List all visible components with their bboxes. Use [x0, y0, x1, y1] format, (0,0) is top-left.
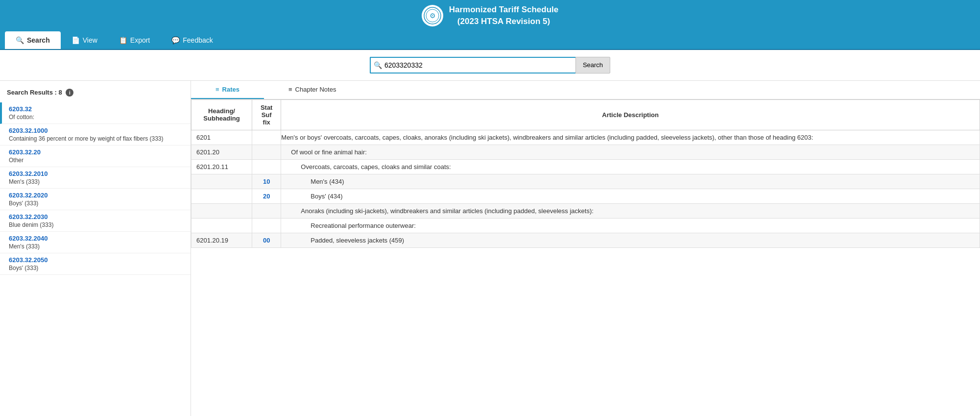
- sidebar-item-6203.32.2040[interactable]: 6203.32.2040 Men's (333): [0, 232, 191, 253]
- nav-tab-export[interactable]: 📋Export: [108, 31, 161, 49]
- sidebar-desc-6203.32.2030: Blue denim (333): [9, 221, 184, 228]
- sidebar-link-6203.32.20[interactable]: 6203.32.20: [9, 148, 184, 156]
- main-content: Search Results : 8 i 6203.32 Of cotton: …: [0, 81, 980, 416]
- td-heading-5: [191, 203, 252, 218]
- td-desc-0: Men's or boys' overcoats, carcoats, cape…: [281, 130, 980, 145]
- view-nav-icon: 📄: [72, 36, 80, 44]
- td-desc-7: Padded, sleeveless jackets (459): [281, 233, 980, 247]
- td-heading-0: 6201: [191, 130, 252, 145]
- th-heading: Heading/ Subheading: [191, 99, 252, 130]
- td-desc-2: Overcoats, carcoats, capes, cloaks and s…: [281, 159, 980, 174]
- table-row: Recreational performance outerwear:: [191, 218, 980, 233]
- table-area: Heading/ SubheadingStat Suf fixArticle D…: [191, 99, 980, 416]
- search-input[interactable]: [384, 61, 573, 69]
- search-icon: 🔍: [374, 61, 382, 69]
- panel-tab-chapter_notes[interactable]: ≡Chapter Notes: [264, 81, 360, 99]
- rates-panel-icon: ≡: [215, 86, 219, 93]
- right-panel: ≡Rates≡Chapter Notes Heading/ Subheading…: [191, 81, 980, 416]
- sidebar-item-6203.32.1000[interactable]: 6203.32.1000 Containing 36 percent or mo…: [0, 124, 191, 146]
- search-bar-area: 🔍 Search: [0, 50, 980, 81]
- sidebar: Search Results : 8 i 6203.32 Of cotton: …: [0, 81, 191, 416]
- td-statsuf-4: 20: [252, 189, 281, 203]
- td-statsuf-5: [252, 203, 281, 218]
- nav-tab-feedback[interactable]: 💬Feedback: [161, 31, 223, 49]
- th-stat_suf: Stat Suf fix: [252, 99, 281, 130]
- sidebar-item-6203.32.2030[interactable]: 6203.32.2030 Blue denim (333): [0, 210, 191, 232]
- panel-tabs: ≡Rates≡Chapter Notes: [191, 81, 980, 99]
- td-desc-1: Of wool or fine animal hair:: [281, 145, 980, 159]
- td-statsuf-6: [252, 218, 281, 233]
- table-row: Anoraks (including ski-jackets), windbre…: [191, 203, 980, 218]
- export-nav-icon: 📋: [119, 36, 127, 44]
- td-statsuf-1: [252, 145, 281, 159]
- td-heading-7: 6201.20.19: [191, 233, 252, 247]
- sidebar-link-6203.32[interactable]: 6203.32: [9, 105, 184, 113]
- sidebar-desc-6203.32: Of cotton:: [9, 114, 184, 121]
- navbar: 🔍Search📄View📋Export💬Feedback: [0, 31, 980, 50]
- sidebar-desc-6203.32.2040: Men's (333): [9, 243, 184, 250]
- sidebar-desc-6203.32.2050: Boys' (333): [9, 265, 184, 271]
- table-row: 6201.20.1900Padded, sleeveless jackets (…: [191, 233, 980, 247]
- sidebar-link-6203.32.1000[interactable]: 6203.32.1000: [9, 127, 184, 134]
- sidebar-link-6203.32.2050[interactable]: 6203.32.2050: [9, 256, 184, 264]
- th-article_desc: Article Description: [281, 99, 980, 130]
- td-statsuf-2: [252, 159, 281, 174]
- page-header: ⚙ Harmonized Tariff Schedule (2023 HTSA …: [0, 0, 980, 31]
- td-heading-1: 6201.20: [191, 145, 252, 159]
- info-icon[interactable]: i: [66, 89, 73, 97]
- sidebar-link-6203.32.2030[interactable]: 6203.32.2030: [9, 213, 184, 220]
- table-row: 6201.20Of wool or fine animal hair:: [191, 145, 980, 159]
- td-desc-6: Recreational performance outerwear:: [281, 218, 980, 233]
- sidebar-item-6203.32.2050[interactable]: 6203.32.2050 Boys' (333): [0, 253, 191, 275]
- table-row: 20Boys' (434): [191, 189, 980, 203]
- table-row: 6201.20.11Overcoats, carcoats, capes, cl…: [191, 159, 980, 174]
- results-count: 8: [59, 89, 62, 96]
- table-row: 10Men's (434): [191, 174, 980, 189]
- td-desc-4: Boys' (434): [281, 189, 980, 203]
- nav-tab-view[interactable]: 📄View: [61, 31, 108, 49]
- sidebar-desc-6203.32.2020: Boys' (333): [9, 200, 184, 207]
- search-input-wrap: 🔍: [370, 57, 575, 73]
- search-button[interactable]: Search: [575, 57, 610, 73]
- table-row: 6201Men's or boys' overcoats, carcoats, …: [191, 130, 980, 145]
- sidebar-link-6203.32.2040[interactable]: 6203.32.2040: [9, 235, 184, 242]
- header-logo: ⚙: [422, 5, 443, 26]
- sidebar-item-6203.32.2010[interactable]: 6203.32.2010 Men's (333): [0, 167, 191, 189]
- sidebar-item-6203.32.20[interactable]: 6203.32.20 Other: [0, 146, 191, 167]
- sidebar-desc-6203.32.1000: Containing 36 percent or more by weight …: [9, 135, 184, 142]
- sidebar-link-6203.32.2020[interactable]: 6203.32.2020: [9, 192, 184, 199]
- nav-tab-search[interactable]: 🔍Search: [5, 31, 61, 49]
- panel-tab-rates[interactable]: ≡Rates: [191, 81, 264, 99]
- td-desc-3: Men's (434): [281, 174, 980, 189]
- search-nav-icon: 🔍: [16, 36, 24, 44]
- feedback-nav-icon: 💬: [171, 36, 180, 44]
- td-heading-2: 6201.20.11: [191, 159, 252, 174]
- td-statsuf-7: 00: [252, 233, 281, 247]
- chapter_notes-panel-icon: ≡: [288, 86, 292, 93]
- td-heading-4: [191, 189, 252, 203]
- td-statsuf-0: [252, 130, 281, 145]
- sidebar-link-6203.32.2010[interactable]: 6203.32.2010: [9, 170, 184, 177]
- header-title-line2: (2023 HTSA Revision 5): [449, 16, 559, 27]
- td-statsuf-3: 10: [252, 174, 281, 189]
- sidebar-header: Search Results : 8 i: [0, 85, 191, 103]
- sidebar-item-6203.32[interactable]: 6203.32 Of cotton:: [0, 102, 191, 124]
- sidebar-desc-6203.32.2010: Men's (333): [9, 178, 184, 185]
- header-title-line1: Harmonized Tariff Schedule: [449, 4, 559, 16]
- svg-text:⚙: ⚙: [429, 12, 435, 20]
- td-heading-3: [191, 174, 252, 189]
- sidebar-desc-6203.32.20: Other: [9, 157, 184, 164]
- td-desc-5: Anoraks (including ski-jackets), windbre…: [281, 203, 980, 218]
- sidebar-item-6203.32.2020[interactable]: 6203.32.2020 Boys' (333): [0, 189, 191, 210]
- rates-table: Heading/ SubheadingStat Suf fixArticle D…: [191, 99, 980, 248]
- sidebar-items-container: 6203.32 Of cotton: 6203.32.1000 Containi…: [0, 102, 191, 275]
- td-heading-6: [191, 218, 252, 233]
